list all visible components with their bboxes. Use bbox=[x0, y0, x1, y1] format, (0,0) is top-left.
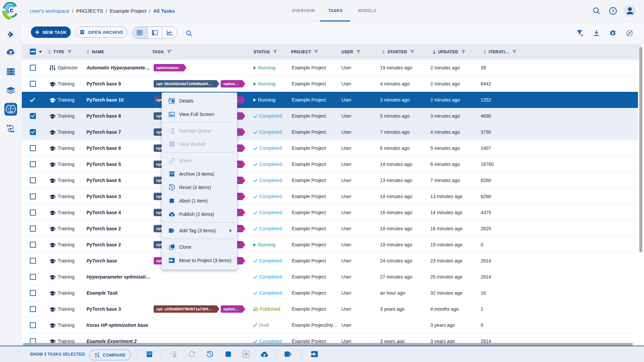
svg-text:c: c bbox=[10, 6, 13, 14]
svg-text:?: ? bbox=[611, 9, 614, 14]
